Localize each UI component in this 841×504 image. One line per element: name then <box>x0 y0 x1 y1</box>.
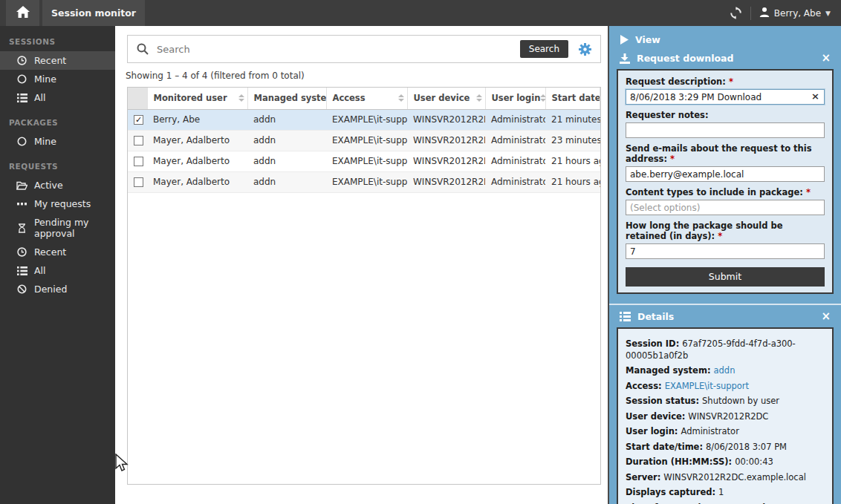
column-header-user-device[interactable]: User device <box>407 88 485 109</box>
table-row[interactable]: Mayer, AdalbertoaddnEXAMPLE\it-supportWI… <box>128 151 600 171</box>
home-button[interactable] <box>6 0 39 26</box>
table-cell: addn <box>247 109 326 130</box>
close-details-icon[interactable]: × <box>821 311 831 322</box>
detail-value: Administrator <box>681 426 738 436</box>
results-count: Showing 1 – 4 of 4 (filtered from 0 tota… <box>126 71 305 81</box>
sidebar-item-requests-denied[interactable]: Denied <box>0 280 115 298</box>
sidebar-item-label: My requests <box>34 198 91 209</box>
user-name: Berry, Abe <box>774 8 821 19</box>
sidebar-item-packages-mine[interactable]: Mine <box>0 132 115 151</box>
ellipsis-icon <box>16 198 27 209</box>
gear-icon[interactable] <box>579 43 591 56</box>
detail-label: Server: <box>626 472 663 482</box>
clock-icon <box>16 55 27 66</box>
detail-value: 00:00:43 <box>735 456 773 467</box>
sidebar-item-requests-active[interactable]: Active <box>0 176 115 194</box>
detail-row-displays-captured: Displays captured: 1 <box>626 487 825 499</box>
search-button[interactable]: Search <box>520 40 568 58</box>
detail-row-user-device: User device: WINSVR2012R2DC <box>626 411 825 423</box>
sidebar-item-sessions-all[interactable]: All <box>0 88 115 107</box>
close-request-download-icon[interactable]: × <box>821 53 831 64</box>
circle-icon <box>16 73 27 85</box>
sort-icon <box>398 94 404 102</box>
submit-button[interactable]: Submit <box>626 267 825 287</box>
detail-label: User login: <box>626 426 681 436</box>
detail-value-link[interactable]: EXAMPLE\it-support <box>665 381 749 391</box>
table-cell: EXAMPLE\it-support <box>326 171 407 192</box>
sidebar-item-requests-all[interactable]: All <box>0 261 115 280</box>
field-input-content-types-to-include-in-package[interactable] <box>626 200 825 215</box>
table-cell: EXAMPLE\it-support <box>326 151 407 171</box>
detail-label: Displays captured: <box>626 487 718 497</box>
sidebar-item-label: All <box>34 92 46 103</box>
sidebar-item-label: Recent <box>34 55 66 66</box>
request-download-form: Request description: *×Requester notes:S… <box>617 69 834 294</box>
field-label-how-long-the-package-should-be-retained-in-days: How long the package should be retained … <box>626 220 825 241</box>
sidebar-item-requests-pending-my-approval[interactable]: Pending my approval <box>0 213 115 243</box>
detail-row-managed-system: Managed system: addn <box>626 365 825 377</box>
clock-icon <box>16 246 27 258</box>
search-input[interactable] <box>155 43 520 56</box>
field-input-requester-notes[interactable] <box>626 122 825 138</box>
detail-value: WINSVR2012R2DC <box>688 411 768 422</box>
column-label: Access <box>333 93 366 103</box>
sidebar: SESSIONSRecentMineAllPACKAGESMineREQUEST… <box>0 26 115 504</box>
detail-value-link[interactable]: addn <box>714 365 736 376</box>
detail-value: 8/06/2018 3:07 PM <box>706 442 787 452</box>
detail-row-duration-hh-mm-ss: Duration (HH:MM:SS): 00:00:43 <box>626 456 825 468</box>
table-cell: Administrator <box>485 171 545 192</box>
column-header-monitored-user[interactable]: Monitored user <box>147 88 247 109</box>
table-cell: 21 minutes ago <box>545 109 600 130</box>
play-icon <box>620 35 629 45</box>
view-section-header[interactable]: View <box>609 30 841 49</box>
table-row[interactable]: Mayer, AdalbertoaddnEXAMPLE\it-supportWI… <box>128 171 600 192</box>
required-asterisk: * <box>729 76 733 87</box>
details-list-icon <box>620 312 631 321</box>
table-row[interactable]: ✓Berry, AbeaddnEXAMPLE\it-supportWINSVR2… <box>128 109 600 130</box>
row-checkbox[interactable] <box>134 136 143 145</box>
field-label-send-e-mails-about-the-request-to-this-address: Send e-mails about the request to this a… <box>626 143 825 164</box>
table-cell: WINSVR2012R2DC <box>407 151 485 171</box>
column-label: Start date/time <box>552 93 600 103</box>
sessions-table: Monitored userManaged systemAccessUser d… <box>128 88 600 193</box>
user-icon <box>759 7 770 19</box>
refresh-button[interactable] <box>730 7 742 19</box>
column-header-access[interactable]: Access <box>326 88 407 109</box>
search-icon <box>137 43 149 55</box>
row-checkbox[interactable]: ✓ <box>134 115 143 125</box>
sidebar-item-requests-my-requests[interactable]: My requests <box>0 194 115 213</box>
details-title: Details <box>637 311 674 322</box>
sidebar-item-sessions-mine[interactable]: Mine <box>0 70 115 88</box>
field-input-request-description[interactable] <box>626 89 825 105</box>
field-input-send-e-mails-about-the-request-to-this-address[interactable] <box>626 166 825 182</box>
column-label: User device <box>414 93 470 103</box>
table-row[interactable]: Mayer, AdalbertoaddnEXAMPLE\it-supportWI… <box>128 130 600 151</box>
clear-input-icon[interactable]: × <box>811 91 819 102</box>
table-cell: WINSVR2012R2DC <box>407 109 485 130</box>
row-checkbox[interactable] <box>134 157 143 166</box>
sidebar-item-requests-recent[interactable]: Recent <box>0 243 115 261</box>
required-asterisk: * <box>718 231 722 241</box>
sidebar-item-label: All <box>34 265 46 276</box>
table-cell: 21 hours ago <box>545 171 600 192</box>
detail-label: Session status: <box>626 396 702 406</box>
app-tab[interactable]: Session monitor <box>42 0 145 26</box>
column-header-start-date-time[interactable]: Start date/time <box>545 88 600 109</box>
table-cell: addn <box>247 130 326 151</box>
row-checkbox[interactable] <box>134 177 143 187</box>
user-menu[interactable]: Berry, Abe ▼ <box>759 7 831 19</box>
search-box: Search <box>127 35 601 63</box>
table-cell: EXAMPLE\it-support <box>326 109 407 130</box>
request-download-header[interactable]: Request download × <box>609 49 841 68</box>
sidebar-item-sessions-recent[interactable]: Recent <box>0 51 115 70</box>
panel-divider <box>609 304 841 305</box>
field-input-how-long-the-package-should-be-retained-in-days[interactable] <box>626 243 825 259</box>
column-header-managed-system[interactable]: Managed system <box>247 88 326 109</box>
table-cell: Mayer, Adalberto <box>147 130 247 151</box>
detail-value: 1 <box>718 487 724 497</box>
column-header-user-login[interactable]: User login <box>485 88 545 109</box>
table-cell: Mayer, Adalberto <box>147 151 247 171</box>
required-asterisk: * <box>670 154 675 164</box>
details-header[interactable]: Details × <box>609 307 841 326</box>
topbar-divider <box>750 7 751 20</box>
